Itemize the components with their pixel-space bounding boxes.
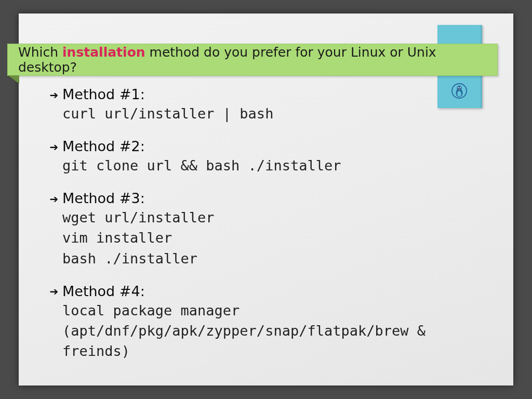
method-code: local package manager (apt/dnf/pkg/apk/z… [49, 300, 493, 361]
title-before: Which [18, 45, 62, 60]
arrow-icon: ➔ [49, 90, 59, 100]
arrow-icon: ➔ [49, 194, 59, 204]
slide-card: Which installation method do you prefer … [19, 14, 513, 385]
method-label: Method #1: [62, 86, 145, 102]
method-item: ➔ Method #3: wget url/installer vim inst… [49, 190, 493, 268]
method-label: Method #2: [62, 138, 145, 154]
method-heading: ➔ Method #2: [49, 138, 493, 154]
method-item: ➔ Method #1: curl url/installer | bash [49, 86, 493, 124]
title-banner: Which installation method do you prefer … [7, 44, 498, 76]
method-label: Method #4: [62, 283, 145, 299]
slide-title: Which installation method do you prefer … [18, 45, 497, 75]
method-heading: ➔ Method #3: [49, 190, 493, 206]
arrow-icon: ➔ [49, 142, 59, 152]
method-code: git clone url && bash ./installer [49, 155, 493, 176]
method-item: ➔ Method #4: local package manager (apt/… [49, 283, 493, 361]
method-heading: ➔ Method #4: [49, 283, 493, 299]
method-heading: ➔ Method #1: [49, 86, 493, 102]
method-label: Method #3: [62, 190, 145, 206]
method-code: wget url/installer vim installer bash ./… [49, 207, 493, 268]
method-code: curl url/installer | bash [49, 103, 493, 124]
slide-content: ➔ Method #1: curl url/installer | bash ➔… [49, 86, 493, 376]
method-item: ➔ Method #2: git clone url && bash ./ins… [49, 138, 493, 176]
title-highlight: installation [62, 45, 145, 60]
arrow-icon: ➔ [49, 286, 59, 297]
